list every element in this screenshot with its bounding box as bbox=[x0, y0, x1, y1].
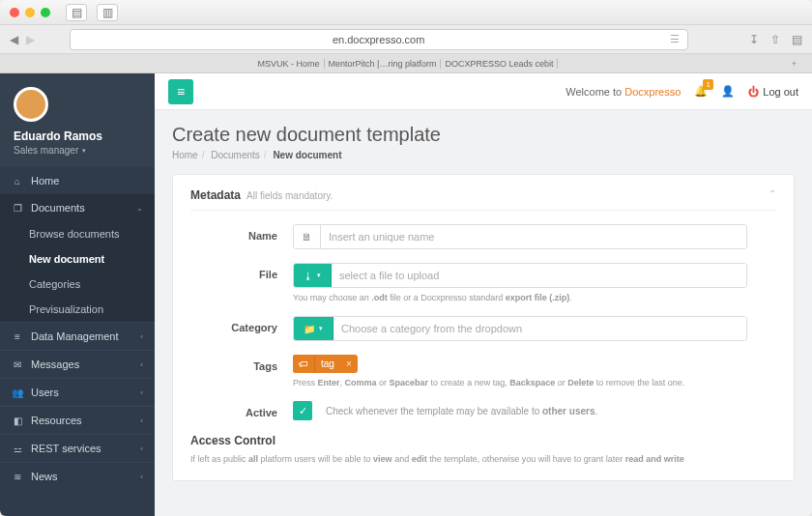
breadcrumb-home[interactable]: Home bbox=[172, 150, 198, 160]
power-icon: ⏻ bbox=[748, 86, 759, 98]
user-name: Eduardo Ramos bbox=[14, 129, 141, 143]
new-tab-icon[interactable]: + bbox=[788, 59, 800, 69]
user-icon[interactable]: 👤 bbox=[721, 85, 735, 98]
sidebar-item-users[interactable]: 👥Users‹ bbox=[0, 378, 155, 406]
sidebar-toggle-icon[interactable]: ▤ bbox=[66, 4, 87, 21]
caret-down-icon: ▾ bbox=[317, 272, 321, 279]
tab-bar: MSVUK - Home MentorPitch |…ring platform… bbox=[0, 54, 812, 73]
titlebar: ▤ ▥ bbox=[0, 0, 812, 25]
avatar bbox=[14, 87, 48, 122]
back-icon[interactable]: ◀ bbox=[10, 33, 18, 46]
active-help: Check whenever the template may be avail… bbox=[326, 406, 597, 416]
tabs-icon[interactable]: ▥ bbox=[97, 4, 118, 21]
metadata-panel: Metadata All fields mandatory. ⌃ Name 🗎 bbox=[172, 174, 795, 481]
database-icon: ≡ bbox=[12, 331, 23, 342]
upload-icon: ⭳ bbox=[304, 271, 313, 281]
breadcrumb-documents[interactable]: Documents bbox=[211, 150, 260, 160]
documents-submenu: Browse documents New document Categories… bbox=[0, 221, 155, 322]
download-icon[interactable]: ↧ bbox=[749, 33, 759, 46]
file-help: You may choose an .odt file or a Docxpre… bbox=[293, 293, 747, 302]
sidebar-item-resources[interactable]: ◧Resources‹ bbox=[0, 406, 155, 434]
sidebar-item-documents[interactable]: ❐Documents⌄ bbox=[0, 194, 155, 221]
name-input[interactable] bbox=[321, 225, 746, 248]
sidebar-item-messages[interactable]: ✉Messages‹ bbox=[0, 350, 155, 378]
category-label: Category bbox=[190, 316, 277, 333]
toolbar: ◀ ▶ en.docxpresso.com ☰ ↧ ⇧ ▤ bbox=[0, 25, 812, 54]
tag-text: tag bbox=[315, 355, 340, 373]
tags-label: Tags bbox=[190, 355, 277, 372]
notification-badge: 1 bbox=[703, 79, 713, 90]
home-icon: ⌂ bbox=[12, 176, 23, 186]
notifications-icon[interactable]: 🔔1 bbox=[694, 85, 708, 98]
chevron-left-icon: ‹ bbox=[140, 360, 143, 369]
active-checkbox[interactable]: ✓ bbox=[293, 401, 312, 420]
panel-title: Metadata bbox=[190, 188, 241, 202]
topbar: ≡ Welcome to Docxpresso 🔔1 👤 ⏻Log out bbox=[155, 73, 812, 110]
sidebar-item-data[interactable]: ≡Data Management‹ bbox=[0, 322, 155, 350]
address-bar[interactable]: en.docxpresso.com ☰ bbox=[70, 29, 688, 50]
browser-tab[interactable]: DOCXPRESSO Leads cebit bbox=[441, 59, 558, 69]
welcome-text: Welcome to Docxpresso bbox=[566, 86, 681, 98]
chevron-left-icon: ‹ bbox=[140, 473, 143, 481]
window-controls bbox=[10, 8, 50, 17]
category-input[interactable] bbox=[334, 317, 746, 340]
file-label: File bbox=[190, 263, 277, 280]
share-icon[interactable]: ⇧ bbox=[770, 33, 780, 46]
tag-remove-icon[interactable]: × bbox=[340, 355, 358, 373]
hamburger-button[interactable]: ≡ bbox=[168, 79, 193, 104]
users-icon: 👥 bbox=[12, 387, 23, 398]
envelope-icon: ✉ bbox=[12, 359, 23, 370]
sidebar-sub-previsualization[interactable]: Previsualization bbox=[0, 297, 155, 322]
sidebar: Eduardo Ramos Sales manager▾ ⌂Home ❐Docu… bbox=[0, 73, 155, 516]
panel-hint: All fields mandatory. bbox=[246, 190, 333, 201]
close-window-icon[interactable] bbox=[10, 8, 19, 17]
category-button[interactable]: 📁▾ bbox=[294, 317, 334, 340]
caret-down-icon: ▾ bbox=[319, 325, 323, 332]
chevron-left-icon: ‹ bbox=[140, 332, 143, 341]
sidebar-item-home[interactable]: ⌂Home bbox=[0, 167, 155, 194]
tags-help: Press Enter, Comma or Spacebar to create… bbox=[293, 378, 747, 387]
access-control-title: Access Control bbox=[190, 434, 776, 447]
browser-window: ▤ ▥ ◀ ▶ en.docxpresso.com ☰ ↧ ⇧ ▤ MSVUK … bbox=[0, 0, 812, 516]
sidebar-sub-browse[interactable]: Browse documents bbox=[0, 221, 155, 246]
sidebar-item-news[interactable]: ≋News‹ bbox=[0, 462, 155, 490]
chevron-left-icon: ‹ bbox=[140, 444, 143, 453]
tabs-overview-icon[interactable]: ▤ bbox=[792, 33, 802, 46]
cube-icon: ◧ bbox=[12, 416, 23, 426]
rss-icon: ≋ bbox=[12, 472, 23, 482]
caret-down-icon: ▾ bbox=[82, 147, 86, 155]
collapse-icon[interactable]: ⌃ bbox=[768, 188, 776, 199]
profile-block: Eduardo Ramos Sales manager▾ bbox=[0, 73, 155, 167]
minimize-window-icon[interactable] bbox=[25, 8, 35, 17]
active-label: Active bbox=[190, 401, 277, 418]
folder-icon: 📁 bbox=[304, 324, 315, 334]
tag-icon: 🏷 bbox=[293, 355, 315, 373]
zoom-window-icon[interactable] bbox=[41, 8, 50, 17]
logout-button[interactable]: ⏻Log out bbox=[748, 86, 798, 98]
browser-tab[interactable]: MSVUK - Home bbox=[254, 59, 325, 69]
browser-tab[interactable]: MentorPitch |…ring platform bbox=[325, 59, 442, 69]
breadcrumb-current: New document bbox=[273, 150, 341, 160]
url-text: en.docxpresso.com bbox=[333, 34, 424, 45]
name-label: Name bbox=[190, 224, 277, 242]
reader-icon[interactable]: ☰ bbox=[670, 33, 680, 45]
access-control-note: If left as public all platform users wil… bbox=[190, 453, 776, 467]
chevron-left-icon: ‹ bbox=[140, 388, 143, 397]
plug-icon: ⚍ bbox=[12, 444, 23, 454]
sidebar-sub-categories[interactable]: Categories bbox=[0, 272, 155, 297]
chevron-down-icon: ⌄ bbox=[136, 204, 143, 213]
upload-button[interactable]: ⭳▾ bbox=[294, 264, 332, 287]
forward-icon[interactable]: ▶ bbox=[26, 33, 35, 46]
user-role[interactable]: Sales manager▾ bbox=[14, 145, 141, 156]
tag-chip: 🏷 tag × bbox=[293, 355, 358, 373]
file-input[interactable] bbox=[332, 264, 746, 287]
file-icon: 🗎 bbox=[294, 225, 321, 248]
copy-icon: ❐ bbox=[12, 203, 23, 214]
page-title: Create new document template bbox=[172, 124, 795, 146]
sidebar-item-rest[interactable]: ⚍REST services‹ bbox=[0, 434, 155, 462]
breadcrumb: Home/ Documents/ New document bbox=[172, 150, 795, 160]
sidebar-sub-new-document[interactable]: New document bbox=[0, 246, 155, 272]
brand-link[interactable]: Docxpresso bbox=[624, 86, 681, 98]
chevron-left-icon: ‹ bbox=[140, 416, 143, 425]
